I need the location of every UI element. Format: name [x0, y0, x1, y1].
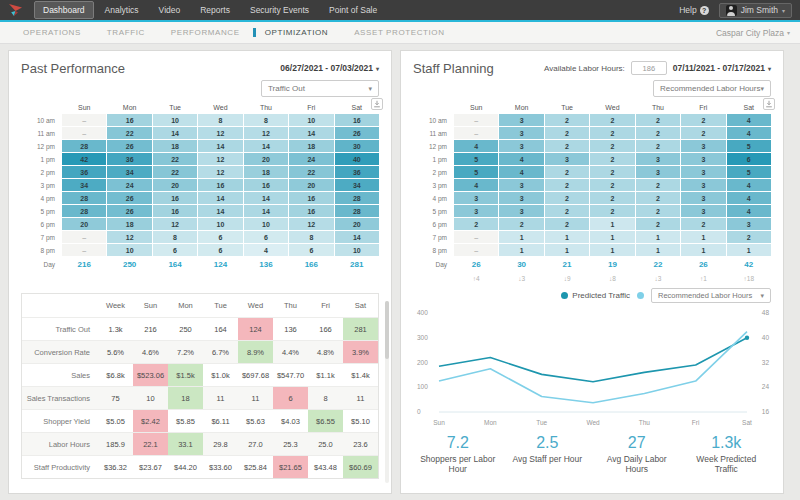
subnav-item-traffic[interactable]: TRAFFIC — [94, 28, 158, 37]
table-cell: 4.8% — [308, 340, 343, 363]
table-cell: $1.1k — [308, 363, 343, 386]
day-total: 281 — [335, 257, 379, 272]
table-cell: 164 — [203, 317, 238, 340]
heatmap-cell: – — [454, 114, 498, 126]
date-range-picker[interactable]: 06/27/2021 - 07/03/2021 ▾ — [280, 63, 379, 73]
heatmap-cell: 10 — [289, 114, 333, 126]
table-cell: 8.9% — [238, 340, 273, 363]
topnav-item-point-of-sale[interactable]: Point of Sale — [320, 1, 386, 19]
heatmap-day-header: Fri — [289, 102, 333, 113]
heatmap-cell: 3 — [499, 205, 543, 217]
metric-select-value: Traffic Out — [268, 84, 305, 93]
topnav-item-video[interactable]: Video — [150, 1, 190, 19]
day-delta: ↑1 — [681, 273, 725, 283]
heatmap-cell: 14 — [289, 127, 333, 139]
table-cell: 29.8 — [203, 432, 238, 455]
heatmap-grid: SunMonTueWedThuFriSat10 am–161088101611 … — [21, 102, 379, 272]
chevron-down-icon: ▾ — [760, 292, 764, 300]
day-total: 250 — [107, 257, 151, 272]
subnav-item-performance[interactable]: PERFORMANCE — [158, 28, 253, 37]
x-axis-label: Tue — [536, 419, 547, 426]
download-button[interactable] — [371, 98, 383, 110]
heatmap-cell: 1 — [545, 231, 589, 243]
right-axis-tick: 24 — [762, 383, 770, 390]
heatmap-cell: 14 — [198, 192, 242, 204]
help-icon: ? — [700, 6, 709, 15]
heatmap-cell: 4 — [454, 140, 498, 152]
heatmap-cell: 20 — [62, 218, 106, 230]
heatmap-hour-label: 1 pm — [413, 153, 453, 165]
staff-planning-panel: Staff Planning Available Labor Hours: 07… — [400, 50, 784, 494]
table-cell: $5.10 — [343, 409, 378, 432]
kpi-label: Shoppers per Labor Hour — [416, 454, 500, 474]
table-scrollbar[interactable] — [385, 301, 389, 483]
heatmap-cell: 26 — [335, 127, 379, 139]
chevron-down-icon: ▾ — [768, 65, 771, 72]
topnav-item-security-events[interactable]: Security Events — [241, 1, 318, 19]
day-delta: ↓8 — [590, 273, 634, 283]
heatmap-cell: 2 — [590, 153, 634, 165]
help-link[interactable]: Help ? — [679, 5, 708, 15]
heatmap-cell: 4 — [727, 114, 771, 126]
heatmap-cell: 2 — [590, 114, 634, 126]
heatmap-cell: 28 — [62, 140, 106, 152]
kpi-row: 7.2Shoppers per Labor Hour2.5Avg Staff p… — [413, 433, 771, 475]
location-selector[interactable]: Caspar City Plaza ▾ — [716, 28, 790, 38]
table-cell: $44.20 — [168, 455, 203, 478]
panel-title: Staff Planning — [413, 61, 494, 76]
heatmap-cell: 36 — [107, 153, 151, 165]
subnav-item-optimization[interactable]: OPTIMIZATION — [253, 28, 342, 37]
day-delta: ↓3 — [499, 273, 543, 283]
user-menu[interactable]: Jim Smith ▾ — [719, 3, 792, 18]
heatmap-cell: 5 — [727, 140, 771, 152]
right-axis-tick: 32 — [762, 359, 770, 366]
download-button[interactable] — [763, 98, 775, 110]
metric-select[interactable]: Traffic Out ▾ — [261, 80, 379, 97]
heatmap-cell: 14 — [198, 140, 242, 152]
day-total: 19 — [590, 257, 634, 272]
heatmap-day-header: Mon — [107, 102, 151, 113]
heatmap-hour-label: 11 am — [21, 127, 61, 139]
heatmap-cell: 1 — [499, 244, 543, 256]
chevron-down-icon: ▾ — [782, 7, 785, 14]
table-cell: $523.06 — [133, 363, 168, 386]
past-performance-panel: Past Performance 06/27/2021 - 07/03/2021… — [8, 50, 392, 494]
metric-select[interactable]: Recommended Labor Hours ▾ — [653, 80, 771, 97]
heatmap-cell: 1 — [636, 244, 680, 256]
main-content: Past Performance 06/27/2021 - 07/03/2021… — [0, 44, 800, 500]
table-row-label: Sales Transactions — [22, 386, 98, 409]
heatmap-cell: 16 — [335, 114, 379, 126]
heatmap-cell: 2 — [590, 166, 634, 178]
available-labor-hours-input[interactable] — [631, 61, 667, 75]
heatmap-corner — [413, 102, 453, 113]
legend-series-select[interactable]: Recommended Labor Hours ▾ — [651, 288, 771, 303]
kpi-label: Avg Daily Labor Hours — [595, 454, 679, 474]
subnav-item-asset-protection[interactable]: ASSET PROTECTION — [341, 28, 457, 37]
heatmap-cell: 34 — [335, 179, 379, 191]
topnav-item-reports[interactable]: Reports — [191, 1, 239, 19]
heatmap-cell: 14 — [198, 205, 242, 217]
heatmap-cell: 2 — [636, 192, 680, 204]
heatmap-cell: 12 — [198, 153, 242, 165]
table-cell: 136 — [273, 317, 308, 340]
table-cell: 4.6% — [133, 340, 168, 363]
staff-planning-heatmap: SunMonTueWedThuFriSat10 am–32222411 am–3… — [413, 102, 771, 283]
scrollbar-thumb[interactable] — [385, 301, 389, 359]
heatmap-cell: 12 — [244, 127, 288, 139]
date-range-picker[interactable]: 07/11/2021 - 07/17/2021 ▾ — [673, 63, 771, 73]
heatmap-hour-label: 10 am — [413, 114, 453, 126]
x-axis-label: Wed — [586, 419, 600, 426]
download-icon — [765, 100, 773, 108]
topnav-item-analytics[interactable]: Analytics — [96, 1, 148, 19]
heatmap-cell: 20 — [289, 179, 333, 191]
subnav-item-operations[interactable]: OPERATIONS — [10, 28, 94, 37]
heatmap-cell: 2 — [590, 140, 634, 152]
table-cell: 250 — [168, 317, 203, 340]
topnav-item-dashboard[interactable]: Dashboard — [34, 1, 94, 19]
table-cell: $5.63 — [238, 409, 273, 432]
heatmap-cell: 12 — [198, 166, 242, 178]
heatmap-cell: 24 — [107, 179, 151, 191]
x-axis-label: Fri — [692, 419, 700, 426]
heatmap-cell: 3 — [681, 192, 725, 204]
heatmap-cell: 16 — [198, 179, 242, 191]
